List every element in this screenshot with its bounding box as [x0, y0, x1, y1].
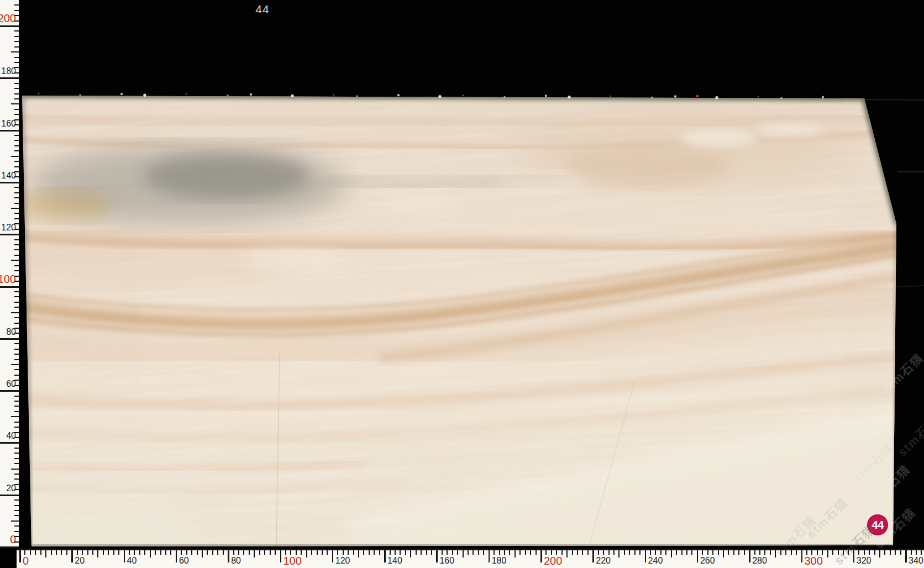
edge-highlight-dot: [250, 93, 252, 96]
vertical-ruler: 020406080100120140160180200: [0, 0, 19, 548]
v-ruler-tick: [14, 437, 19, 438]
v-ruler-tick: [14, 255, 19, 256]
h-ruler-tick: [890, 550, 891, 555]
h-ruler-tick: [707, 550, 708, 555]
h-ruler-tick: [858, 550, 859, 555]
h-ruler-tick: [238, 550, 239, 555]
edge-highlight-dot: [503, 96, 505, 97]
v-ruler-label-0: 0: [10, 534, 16, 545]
h-ruler-label-160: 160: [439, 556, 454, 565]
h-ruler-tick: [572, 550, 573, 555]
h-ruler-label-100: 100: [284, 555, 302, 566]
h-ruler-tick: [618, 550, 620, 558]
h-ruler-tick: [337, 550, 338, 555]
v-ruler-label-60: 60: [6, 380, 16, 388]
top-slab-number: 44: [243, 3, 282, 16]
v-ruler-tick: [14, 317, 19, 318]
h-ruler-tick: [916, 550, 917, 555]
edge-highlight-dot: [291, 94, 293, 97]
h-ruler-label-180: 180: [492, 556, 507, 565]
h-ruler-tick: [369, 550, 370, 555]
h-ruler-tick: [540, 550, 542, 562]
h-ruler-tick: [217, 550, 218, 555]
h-ruler-tick: [608, 550, 610, 555]
v-ruler-tick: [14, 171, 19, 172]
edge-highlight-dot: [822, 96, 824, 98]
v-ruler-tick: [14, 239, 19, 240]
h-ruler-tick: [108, 550, 109, 555]
v-ruler-tick: [14, 427, 19, 428]
h-ruler-tick: [285, 550, 286, 555]
v-ruler-tick: [14, 109, 19, 110]
h-ruler-tick: [864, 550, 865, 555]
v-ruler-tick: [14, 323, 19, 324]
v-ruler-tick: [14, 505, 19, 506]
h-ruler-tick: [150, 550, 151, 558]
h-ruler-tick: [421, 550, 422, 555]
v-ruler-tick: [14, 525, 19, 527]
h-ruler-tick: [624, 550, 625, 555]
h-ruler-tick: [874, 550, 875, 555]
h-ruler-tick: [728, 550, 729, 555]
v-ruler-tick: [0, 77, 19, 79]
h-ruler-tick: [410, 550, 411, 558]
v-ruler-label-20: 20: [6, 484, 16, 493]
h-ruler-tick: [19, 550, 21, 562]
h-ruler-tick: [384, 550, 386, 562]
v-ruler-tick: [14, 93, 19, 94]
edge-highlight-dot: [397, 94, 400, 96]
v-ruler-tick: [14, 46, 19, 48]
h-ruler-tick: [35, 550, 36, 555]
v-ruler-tick: [11, 103, 19, 104]
v-ruler-tick: [14, 140, 19, 141]
h-ruler-label-200: 200: [544, 555, 562, 566]
h-ruler-tick: [197, 550, 198, 555]
v-ruler-tick: [14, 536, 19, 537]
v-ruler-tick: [14, 515, 19, 516]
h-ruler-tick: [144, 550, 145, 555]
h-ruler-tick: [275, 550, 276, 555]
v-ruler-tick: [14, 187, 19, 188]
h-ruler-tick: [223, 550, 224, 555]
h-ruler-tick: [759, 550, 760, 555]
edge-highlight-dot: [186, 93, 187, 94]
v-ruler-tick: [0, 546, 19, 548]
v-ruler-tick: [14, 411, 19, 412]
v-ruler-tick: [14, 36, 19, 37]
h-ruler-tick: [457, 550, 458, 555]
v-ruler-tick: [14, 72, 19, 73]
v-ruler-tick: [14, 166, 19, 167]
h-ruler-tick: [77, 550, 78, 555]
h-ruler-tick: [738, 550, 739, 555]
h-ruler-tick: [390, 550, 391, 555]
v-ruler-label-40: 40: [6, 432, 16, 440]
h-ruler-tick: [40, 550, 41, 555]
edge-highlight-dot: [333, 94, 334, 96]
h-ruler-tick: [723, 550, 724, 558]
h-ruler-tick: [463, 550, 464, 558]
h-ruler-tick: [530, 550, 531, 555]
h-ruler-tick: [405, 550, 406, 555]
v-ruler-label-100: 100: [0, 274, 16, 285]
v-ruler-tick: [14, 192, 19, 193]
v-ruler-tick: [14, 385, 19, 386]
v-ruler-tick: [14, 281, 19, 282]
v-ruler-tick: [14, 296, 19, 297]
h-ruler-tick: [155, 550, 156, 555]
h-ruler-label-0: 0: [23, 555, 29, 566]
h-ruler-tick: [181, 550, 182, 555]
edge-highlight-dot: [143, 94, 146, 97]
h-ruler-tick: [577, 550, 578, 555]
v-ruler-tick: [11, 156, 19, 157]
h-ruler-tick: [191, 550, 192, 555]
h-ruler-tick: [665, 550, 666, 555]
h-ruler-tick: [30, 550, 31, 555]
v-ruler-tick: [14, 57, 19, 58]
v-ruler-tick: [14, 197, 19, 198]
h-ruler-tick: [327, 550, 328, 555]
h-ruler-tick: [254, 550, 255, 558]
h-ruler-tick: [712, 550, 713, 555]
v-ruler-tick: [14, 114, 19, 115]
h-ruler-tick: [879, 550, 880, 558]
h-ruler-tick: [796, 550, 797, 555]
